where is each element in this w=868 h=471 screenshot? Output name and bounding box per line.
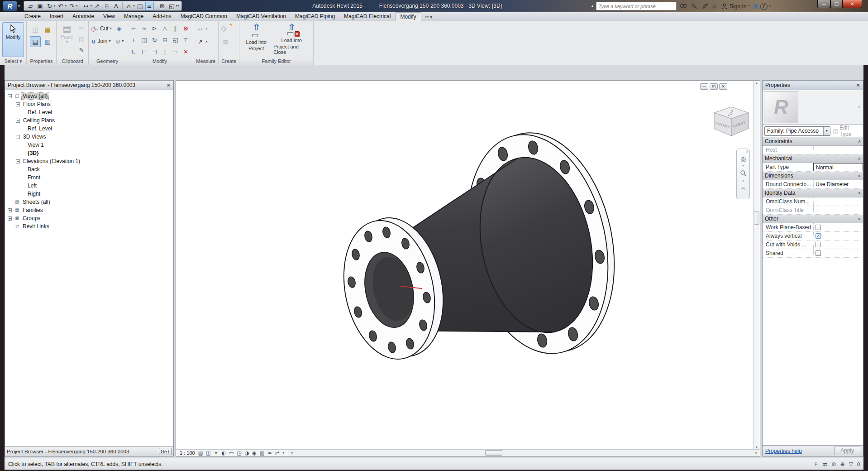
tree-expander[interactable]: + — [8, 216, 12, 221]
preview-dropdown-icon[interactable]: ▾ — [858, 105, 860, 109]
property-row-round-connector[interactable]: Round Connecto... Use Diameter — [763, 180, 863, 189]
create-group-icon[interactable]: ⊞ — [221, 37, 230, 46]
redo-icon[interactable]: ↷ — [67, 2, 76, 10]
tree-item[interactable]: +▦Families — [5, 206, 173, 214]
switch-windows-icon[interactable]: ◱ — [167, 2, 176, 10]
section-other[interactable]: Other » — [763, 215, 863, 223]
split-element-icon[interactable]: ∥ — [170, 23, 180, 33]
load-into-project-button[interactable]: ⇧▭ Load into Project — [242, 22, 271, 57]
tree-item[interactable]: Left — [5, 182, 173, 190]
cut-geometry-icon[interactable]: ○□ — [91, 25, 99, 33]
tab-magicad-piping[interactable]: MagiCAD Piping — [291, 12, 339, 21]
geometry-extra-dropdown-icon[interactable]: ▾ — [122, 39, 124, 43]
displacement-sets-icon[interactable]: ⇄ — [275, 451, 279, 456]
temporary-hide-isolate-icon[interactable]: ◑ — [245, 451, 249, 456]
minimize-button[interactable]: — — [817, 0, 830, 8]
tab-view[interactable]: View — [99, 12, 119, 21]
section-dimensions[interactable]: Dimensions » — [763, 172, 863, 180]
help-icon[interactable]: ? — [760, 3, 768, 10]
aligned-dimension2-icon[interactable]: ↗ — [196, 37, 205, 46]
properties-palette-icon[interactable]: ◫ — [30, 24, 41, 35]
property-row-omniclass-number[interactable]: OmniClass Num... — [763, 197, 863, 206]
collapse-chevron-icon[interactable]: » — [857, 192, 862, 195]
measure-between-refs-icon[interactable]: ↔ — [196, 24, 205, 34]
save-icon[interactable]: ▣ — [36, 2, 44, 10]
trim-extend-multiple-icon[interactable]: ⊣ — [149, 47, 159, 57]
modify-tool-button[interactable]: Modify — [2, 22, 24, 57]
collapse-chevron-icon[interactable]: » — [857, 157, 862, 160]
section-mechanical[interactable]: Mechanical » — [763, 154, 863, 163]
edit-type-button[interactable]: ◫ Edit Type — [833, 125, 861, 137]
vertical-scroll-thumb[interactable] — [754, 211, 759, 225]
subscription-key-icon[interactable] — [690, 2, 698, 10]
viewcube[interactable]: TOP FRONT RIGHT — [706, 101, 756, 146]
family-selector-dropdown-icon[interactable]: ▾ — [823, 127, 830, 135]
tree-item[interactable]: Ref. Level — [5, 108, 173, 116]
properties-help-link[interactable]: Properties help — [765, 448, 802, 454]
move-icon[interactable]: + — [129, 35, 138, 45]
project-browser-header[interactable]: Project Browser - Flenseovergang 150-200… — [5, 81, 173, 90]
qat-customize-icon[interactable]: ▾ — [177, 5, 179, 8]
tree-item[interactable]: Front — [5, 173, 173, 182]
rotate-icon[interactable]: ↻ — [149, 35, 159, 45]
visual-style-icon[interactable]: ◫ — [206, 451, 210, 456]
zoom-dropdown-icon[interactable]: ▾ — [742, 180, 744, 183]
measure-dropdown-icon[interactable]: ▾ — [91, 5, 92, 8]
tag-icon[interactable]: ⚐ — [102, 2, 111, 10]
geometry-extra-icon[interactable]: ⊘ — [115, 38, 120, 44]
application-menu-arrow-icon[interactable]: ▾ — [18, 5, 20, 8]
properties-close-icon[interactable]: ✕ — [856, 83, 860, 88]
tree-expander[interactable]: − — [8, 94, 12, 98]
view-scale[interactable]: 1 : 100 — [180, 450, 195, 456]
copy-to-clipboard-icon[interactable]: ◫ — [77, 34, 86, 43]
apply-button[interactable]: Apply — [834, 447, 860, 455]
zoom-region-icon[interactable] — [740, 170, 746, 178]
undo-icon[interactable]: ↶ — [57, 2, 65, 10]
tab-magicad-ventilation[interactable]: MagiCAD Ventilation — [232, 12, 291, 21]
tree-expander[interactable]: − — [16, 159, 20, 163]
sign-in-control[interactable]: Sign In — [720, 2, 746, 10]
match-type-properties-icon[interactable]: ✎ — [77, 45, 86, 54]
part-type-value-field[interactable]: Normal — [813, 163, 863, 171]
get-button[interactable]: GeT — [159, 448, 172, 455]
sun-path-icon[interactable]: ☀ — [214, 451, 218, 456]
3d-view-dropdown-icon[interactable]: ▾ — [133, 5, 135, 8]
tree-item[interactable]: ▤Sheets (all) — [5, 198, 173, 206]
collapse-chevron-icon[interactable]: » — [857, 217, 862, 221]
temporary-view-properties-icon[interactable]: ▥ — [260, 451, 264, 456]
default-3d-view-icon[interactable]: ⌂ — [124, 2, 133, 10]
view-close-icon[interactable]: ✕ — [719, 83, 727, 90]
property-row-omniclass-title[interactable]: OmniClass Title — [763, 206, 863, 215]
family-category-icon[interactable]: ▦ — [42, 24, 53, 35]
view-bar-expand-icon[interactable]: ◂ — [282, 451, 284, 455]
tree-item[interactable]: View 1 — [5, 141, 173, 149]
tree-expander[interactable]: + — [8, 208, 12, 212]
tab-magicad-electrical[interactable]: MagiCAD Electrical — [339, 12, 395, 21]
paint-icon[interactable]: ◈ — [117, 25, 122, 32]
tab-modify[interactable]: Modify — [395, 12, 421, 21]
trim-icon[interactable]: ¬ — [170, 47, 180, 57]
tab-insert[interactable]: Insert — [45, 12, 68, 21]
press-drag-icon[interactable]: ⊕ — [840, 461, 845, 467]
show-crop-region-icon[interactable]: ◳ — [237, 451, 241, 456]
undo-dropdown-icon[interactable]: ▾ — [65, 5, 67, 8]
sync-icon[interactable]: ↻ — [45, 2, 54, 10]
steering-wheel-icon[interactable]: ◎ — [740, 156, 746, 162]
tab-add-ins[interactable]: Add-Ins — [148, 12, 176, 21]
tree-item[interactable]: −3D Views — [5, 133, 173, 141]
panel-select-label[interactable]: Select ▾ — [0, 58, 26, 65]
work-plane-based-checkbox[interactable] — [816, 225, 821, 230]
horizontal-scroll-thumb[interactable] — [485, 450, 502, 456]
search-icon[interactable] — [679, 2, 687, 10]
tab-annotate[interactable]: Annotate — [68, 12, 99, 21]
properties-header[interactable]: Properties ✕ — [763, 81, 863, 90]
horizontal-scrollbar[interactable] — [295, 450, 753, 456]
viewport-3d[interactable]: — ◱ ✕ TOP FRONT RIGHT ⊗ ◎ ▾ ▾ ⊖ — [176, 80, 760, 457]
collapse-chevron-icon[interactable]: » — [857, 174, 862, 178]
search-collapse-icon[interactable]: ◂ — [591, 4, 593, 8]
view-minimize-icon[interactable]: — — [700, 83, 708, 90]
project-browser-close-icon[interactable]: ✕ — [167, 83, 171, 88]
property-row-host[interactable]: Host — [763, 146, 863, 154]
property-row-cut-with-voids[interactable]: Cut with Voids ... — [763, 240, 863, 249]
text-icon[interactable]: A — [112, 2, 120, 10]
